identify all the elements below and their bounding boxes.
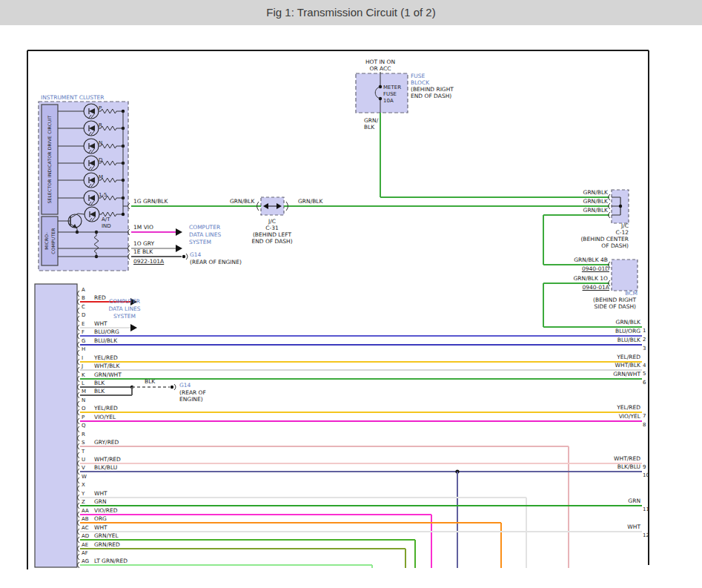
left-pin-letter-C: C	[82, 304, 85, 310]
right-pin-number-8: 8	[643, 422, 646, 428]
jc12-loc-line2: OF DASH)	[554, 243, 629, 250]
right-wire-label-11: GRN	[553, 498, 640, 505]
led-label-N: N	[99, 140, 102, 146]
data-lines-cluster-line2: DATA LINES	[189, 232, 221, 239]
left-pin-letter-I: I	[82, 355, 83, 361]
jc12-wire-label-1: GRN/BLK	[534, 190, 608, 196]
data-lines-cluster-line1: COMPUTER	[189, 225, 220, 231]
left-pin-letter-Y: Y	[82, 491, 85, 497]
at-ind-label-line2: IND	[102, 223, 111, 229]
left-pin-letter-K: K	[82, 372, 85, 378]
left-pin-letter-X: X	[82, 482, 85, 488]
left-pin-letter-J: J	[82, 363, 83, 369]
fuse-block-loc-line2: END OF DASH)	[411, 93, 451, 100]
left-wire-label-AA: VIO/RED	[94, 508, 118, 515]
left-wire-label-Y: WHT	[94, 491, 107, 498]
left-pin-letter-O: O	[82, 406, 86, 412]
cluster-pin-1g-label: 1G GRN/BLK	[133, 199, 168, 205]
right-wire-label-10: BLK/BLU	[553, 464, 640, 471]
left-wire-label-V: BLK/BLU	[94, 465, 117, 472]
left-wire-label-F: BLU/ORG	[94, 329, 119, 336]
left-wire-label-K: GRN/WHT	[94, 372, 122, 379]
left-pin-letter-T: T	[82, 449, 85, 455]
right-pin-number-7: 7	[643, 413, 646, 419]
left-wire-label-G: BLU/BLK	[94, 338, 117, 345]
g14-cluster-id: G14	[190, 252, 201, 259]
led-label-P: P	[99, 105, 102, 111]
right-wire-label-2: BLU/ORG	[553, 328, 640, 335]
left-pin-letter-F: F	[82, 329, 85, 335]
left-wire-label-U: WHT/RED	[94, 457, 121, 463]
g14-left-id: G14	[179, 383, 191, 389]
left-wire-label-Z: GRN	[94, 499, 107, 506]
left-pin-letter-B: B	[82, 295, 85, 301]
right-wire-label-9: WHT/RED	[553, 456, 640, 463]
meter-fuse-line2: FUSE	[383, 91, 397, 97]
left-wire-label-AE: GRN/RED	[94, 542, 120, 549]
blk-dashed-wire-label: BLK	[145, 379, 155, 386]
left-pin-letter-H: H	[82, 346, 85, 352]
right-wire-label-8: VIO/YEL	[553, 414, 640, 420]
cluster-ground-ref-link[interactable]: 0922-101A	[133, 259, 164, 265]
jc31-wire-right-label: GRN/BLK	[298, 199, 322, 205]
meter-fuse-line3: 10A	[383, 98, 394, 104]
bcm-wire-out-label: GRN/BLK 1O	[530, 276, 608, 283]
left-pin-letter-U: U	[82, 457, 85, 463]
left-pin-letter-AD: AD	[82, 533, 89, 539]
right-wire-label-7: YEL/RED	[553, 405, 640, 412]
left-pin-letter-Q: Q	[82, 423, 86, 429]
left-wire-label-P: VIO/YEL	[94, 414, 116, 421]
left-pin-letter-Z: Z	[82, 499, 85, 505]
right-pin-number-3: 3	[643, 346, 646, 351]
hot-in-on-line2: OR ACC	[354, 66, 406, 73]
left-wire-label-AD: GRN/YEL	[94, 533, 119, 540]
left-wire-label-L: BLK	[94, 380, 105, 387]
left-pin-letter-V: V	[82, 465, 85, 471]
left-pin-letter-G: G	[82, 338, 85, 344]
cluster-pin-1e-label: 1E BLK	[133, 249, 153, 256]
data-lines-left-line2: DATA LINES	[101, 306, 148, 313]
left-pin-letter-D: D	[82, 312, 85, 318]
left-pin-letter-E: E	[82, 321, 85, 327]
left-pin-letter-AC: AC	[82, 525, 89, 531]
right-pin-number-6: 6	[643, 380, 646, 386]
led-label-R: R	[99, 122, 102, 128]
bcm-wire-in-label: GRN/BLK 4B	[530, 257, 608, 264]
right-wire-label-12: WHT	[553, 524, 640, 531]
left-wire-label-S: GRY/RED	[94, 440, 119, 446]
meter-fuse-line1: METER	[383, 85, 401, 90]
cluster-pin-1o-label: 1O GRY	[133, 241, 154, 248]
bcm-ref-in-link[interactable]: 0940-01D	[530, 266, 609, 273]
left-wire-label-B: RED	[94, 295, 106, 302]
left-pin-letter-W: W	[82, 474, 87, 480]
left-pin-letter-M: M	[82, 389, 86, 394]
right-pin-number-1: 1	[643, 328, 646, 334]
jc12-wire-label-2: GRN/BLK	[534, 199, 608, 205]
right-pin-number-5: 5	[643, 371, 646, 377]
left-pin-letter-S: S	[82, 440, 85, 446]
right-pin-number-11: 11	[643, 506, 649, 512]
led-label-M: M	[99, 174, 103, 180]
right-wire-label-1: GRN/BLK	[553, 320, 640, 326]
right-pin-number-9: 9	[643, 464, 646, 470]
g14-cluster-location: (REAR OF ENGINE)	[190, 260, 242, 266]
jc31-loc-line2: END OF DASH)	[235, 239, 309, 245]
left-wire-label-AB: ORG	[94, 516, 107, 523]
selector-indicator-label: SELECTOR INDICATOR DRIVE CIRCUIT	[42, 105, 57, 214]
left-pin-letter-AB: AB	[82, 516, 89, 522]
fuse-wire-label-line2: BLK	[364, 125, 374, 131]
g14-left-loc-line2: ENGINE)	[179, 397, 203, 403]
left-wire-label-E: WHT	[94, 321, 107, 328]
led-label-1-5: 1-5	[99, 192, 107, 198]
left-wire-label-I: YEL/RED	[94, 355, 118, 362]
micro-computer-line1: MICRO-	[44, 232, 49, 250]
data-lines-left-line3: SYSTEM	[101, 314, 148, 320]
wiring-diagram-page: Fig 1: Transmission Circuit (1 of 2) INS…	[0, 0, 702, 588]
led-label-D: D	[99, 157, 102, 163]
left-pin-letter-R: R	[82, 432, 85, 437]
at-ind-label-line1: A/T	[102, 217, 110, 222]
right-wire-label-6: GRN/WHT	[553, 371, 640, 378]
instrument-cluster-label: INSTRUMENT CLUSTER	[41, 95, 104, 102]
right-wire-label-3: BLU/BLK	[553, 337, 640, 344]
left-pin-letter-AA: AA	[82, 508, 89, 514]
